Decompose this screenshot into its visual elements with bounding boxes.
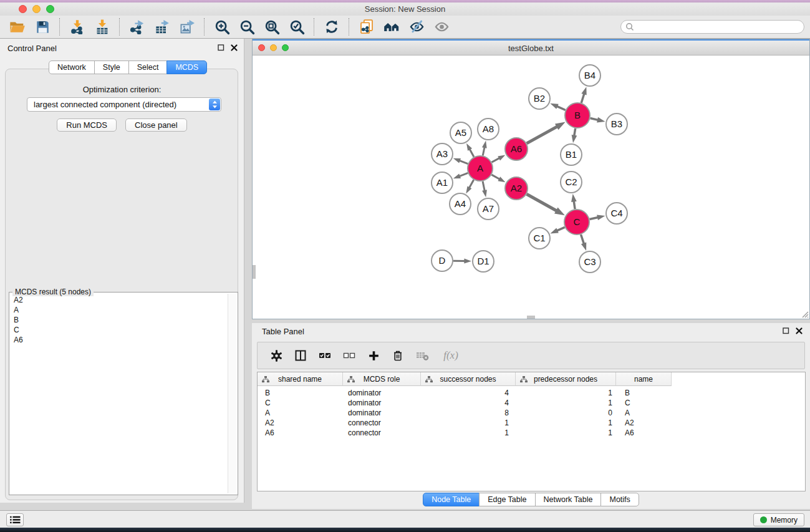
graph-node-C1[interactable]: C1 bbox=[529, 228, 550, 249]
graph-node-D[interactable]: D bbox=[432, 250, 453, 271]
float-panel-icon[interactable] bbox=[218, 44, 224, 51]
first-neighbors-button[interactable] bbox=[379, 16, 404, 37]
tab-select[interactable]: Select bbox=[128, 60, 168, 74]
graph-node-A7[interactable]: A7 bbox=[478, 198, 499, 220]
graph-edge-A-A2[interactable] bbox=[491, 175, 499, 179]
graph-node-B4[interactable]: B4 bbox=[579, 65, 600, 86]
graph-edge-B-B3[interactable] bbox=[590, 118, 598, 120]
open-file-button[interactable] bbox=[5, 16, 30, 37]
table-settings-button[interactable] bbox=[269, 348, 284, 363]
export-image-button[interactable] bbox=[175, 16, 200, 37]
canvas-vertical-scroll-indicator[interactable] bbox=[253, 265, 256, 279]
mcds-result-item-a[interactable]: A bbox=[11, 305, 227, 315]
graph-edge-B-B1[interactable] bbox=[574, 128, 576, 136]
table-row-c[interactable]: Cdominator41C bbox=[258, 398, 805, 408]
mcds-result-item-a2[interactable]: A2 bbox=[11, 295, 227, 305]
tab-network[interactable]: Network bbox=[49, 60, 95, 74]
close-panel-button[interactable]: Close panel bbox=[125, 118, 187, 132]
search-input[interactable] bbox=[634, 22, 804, 31]
resize-grip-icon[interactable] bbox=[801, 310, 809, 318]
graph-edge-A6-B[interactable] bbox=[527, 127, 557, 143]
refresh-button[interactable] bbox=[319, 16, 344, 37]
mcds-result-item-c[interactable]: C bbox=[11, 325, 227, 335]
import-table-button[interactable] bbox=[90, 16, 115, 37]
column-header-name[interactable]: name bbox=[616, 372, 672, 386]
graph-node-A[interactable]: A bbox=[468, 156, 493, 181]
memory-button[interactable]: Memory bbox=[753, 513, 804, 526]
close-panel-icon[interactable] bbox=[796, 327, 803, 334]
graph-node-A6[interactable]: A6 bbox=[505, 138, 528, 160]
graph-edge-C-C1[interactable] bbox=[557, 227, 565, 230]
graph-node-A8[interactable]: A8 bbox=[478, 118, 499, 140]
delete-column-button[interactable] bbox=[390, 348, 405, 363]
graph-node-C4[interactable]: C4 bbox=[606, 203, 627, 224]
table-row-a6[interactable]: A6connector11A6 bbox=[258, 428, 805, 438]
criterion-dropdown[interactable]: largest connected component (directed) bbox=[27, 97, 221, 112]
show-all-button[interactable] bbox=[429, 16, 454, 37]
graph-node-A5[interactable]: A5 bbox=[450, 122, 471, 143]
graph-edge-B-B4[interactable] bbox=[581, 94, 584, 103]
mcds-result-item-a6[interactable]: A6 bbox=[11, 335, 227, 345]
graph-node-A3[interactable]: A3 bbox=[432, 143, 453, 165]
graph-edge-A-A1[interactable] bbox=[460, 173, 468, 176]
select-all-columns-button[interactable] bbox=[317, 348, 332, 363]
mcds-result-item-b[interactable]: B bbox=[11, 315, 227, 325]
tab-edge-table[interactable]: Edge Table bbox=[479, 493, 535, 506]
export-network-button[interactable] bbox=[125, 16, 150, 37]
add-column-button[interactable] bbox=[366, 348, 381, 363]
zoom-in-button[interactable] bbox=[210, 16, 234, 37]
zoom-fit-button[interactable] bbox=[259, 16, 284, 37]
save-session-button[interactable] bbox=[30, 16, 55, 37]
new-network-from-selection-button[interactable] bbox=[354, 16, 379, 37]
column-header-predecessor-nodes[interactable]: predecessor nodes bbox=[516, 372, 616, 386]
toolbar-search-field[interactable] bbox=[620, 20, 804, 34]
graph-edge-C-C3[interactable] bbox=[581, 235, 584, 244]
run-mcds-button[interactable]: Run MCDS bbox=[57, 118, 117, 132]
graph-node-B3[interactable]: B3 bbox=[606, 114, 627, 135]
hide-selected-button[interactable] bbox=[404, 16, 429, 37]
tab-style[interactable]: Style bbox=[94, 60, 129, 74]
graph-node-B1[interactable]: B1 bbox=[561, 144, 582, 165]
deselect-all-columns-button[interactable] bbox=[342, 348, 357, 363]
graph-node-C3[interactable]: C3 bbox=[579, 251, 600, 273]
graph-node-D1[interactable]: D1 bbox=[473, 251, 494, 272]
tab-mcds[interactable]: MCDS bbox=[166, 60, 207, 74]
table-row-a2[interactable]: A2connector11A2 bbox=[258, 418, 805, 428]
network-canvas[interactable]: B4B2BB3A8A5A6A3B1AA1C2A2A4A7C4CC1DD1C3 bbox=[253, 56, 809, 319]
graph-node-A1[interactable]: A1 bbox=[432, 172, 453, 193]
delete-table-button[interactable] bbox=[415, 348, 430, 363]
mcds-result-list[interactable]: A2ABCA6 bbox=[11, 295, 227, 493]
graph-edge-B-B2[interactable] bbox=[557, 106, 566, 110]
function-builder-button[interactable]: f(x) bbox=[439, 348, 463, 363]
export-table-button[interactable] bbox=[150, 16, 175, 37]
column-header-successor-nodes[interactable]: successor nodes bbox=[421, 372, 516, 386]
network-window-titlebar[interactable]: testGlobe.txt bbox=[253, 39, 809, 56]
graph-edge-A-A8[interactable] bbox=[483, 147, 485, 155]
table-row-a[interactable]: Adominator80A bbox=[258, 408, 805, 418]
canvas-horizontal-scroll-indicator[interactable] bbox=[527, 316, 535, 319]
graph-node-A2[interactable]: A2 bbox=[505, 177, 528, 200]
zoom-out-button[interactable] bbox=[234, 16, 259, 37]
tab-node-table[interactable]: Node Table bbox=[423, 493, 480, 506]
graph-node-C2[interactable]: C2 bbox=[561, 172, 582, 193]
graph-node-B[interactable]: B bbox=[565, 103, 590, 128]
mcds-result-scrollbar[interactable] bbox=[228, 294, 236, 493]
tab-motifs[interactable]: Motifs bbox=[600, 493, 639, 506]
task-history-button[interactable] bbox=[6, 513, 24, 526]
import-network-button[interactable] bbox=[65, 16, 90, 37]
graph-edge-A-A5[interactable] bbox=[470, 149, 474, 157]
graph-node-B2[interactable]: B2 bbox=[529, 88, 550, 109]
graph-edge-A2-C[interactable] bbox=[527, 194, 557, 211]
graph-edge-C-C2[interactable] bbox=[574, 201, 575, 209]
graph-edge-A-A7[interactable] bbox=[483, 181, 485, 191]
graph-edge-A-A3[interactable] bbox=[460, 160, 468, 163]
table-row-b[interactable]: Bdominator41B bbox=[258, 388, 805, 398]
graph-node-A4[interactable]: A4 bbox=[450, 193, 471, 215]
graph-edge-C-C4[interactable] bbox=[590, 218, 598, 220]
graph-edge-A-A6[interactable] bbox=[492, 158, 499, 162]
graph-node-C[interactable]: C bbox=[564, 210, 589, 235]
column-header-mcds-role[interactable]: MCDS role bbox=[343, 372, 421, 386]
close-panel-icon[interactable] bbox=[231, 44, 238, 51]
column-header-shared-name[interactable]: shared name bbox=[258, 372, 343, 386]
zoom-selected-button[interactable] bbox=[284, 16, 309, 37]
